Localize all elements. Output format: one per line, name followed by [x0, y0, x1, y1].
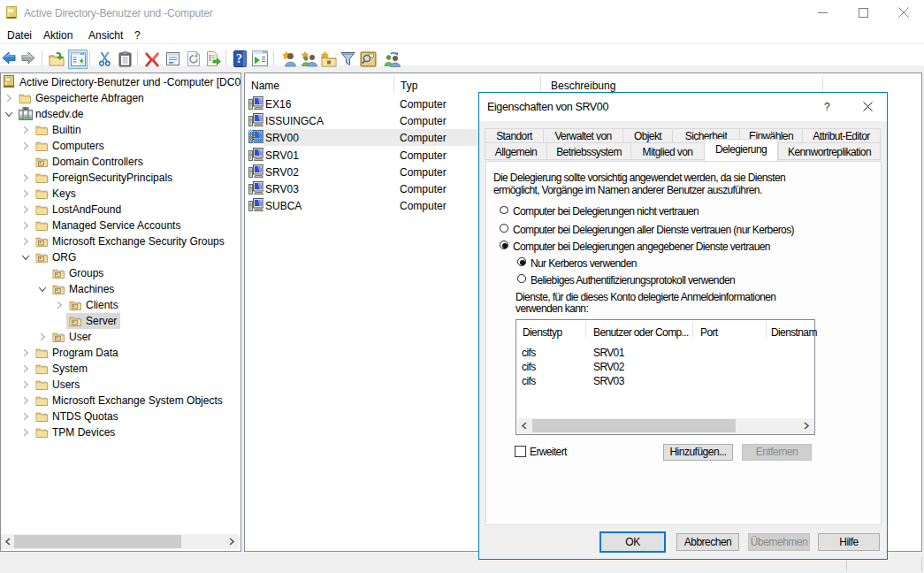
svg-text:?: ?: [236, 52, 242, 65]
